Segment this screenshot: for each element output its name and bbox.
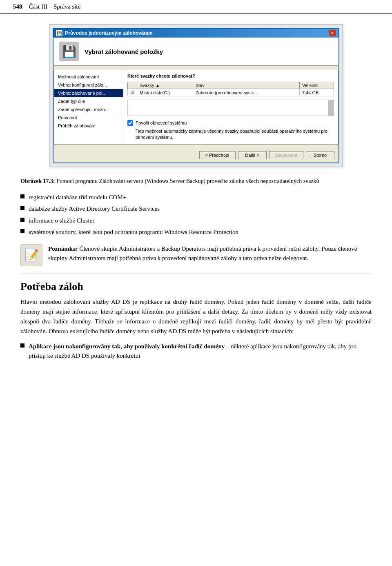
row-status: Zahrnuto (pro obnovení syste... bbox=[193, 89, 299, 96]
wizard-step-3[interactable]: Vybrat zálohované pol... bbox=[54, 89, 123, 97]
bold-list-item: Aplikace jsou nakonfigurovány tak, aby p… bbox=[20, 342, 372, 361]
wizard-icon: 💾 bbox=[59, 42, 79, 61]
list-item: databáze služby Active Directory Certifi… bbox=[20, 204, 372, 214]
dialog-title: Průvodce jednorázovým zálohováním bbox=[65, 30, 153, 36]
wizard-header: 💾 Vybrat zálohované položky bbox=[53, 38, 339, 66]
list-item-text: systémové soubory, které jsou pod ochran… bbox=[29, 227, 238, 237]
col-checkbox bbox=[128, 82, 137, 89]
prev-button[interactable]: < Předchozí bbox=[199, 151, 236, 159]
bullet-icon bbox=[20, 218, 24, 222]
bullet-icon bbox=[20, 206, 24, 210]
list-item: informace o službě Cluster bbox=[20, 216, 372, 225]
dialog-icon: 💾 bbox=[56, 30, 62, 36]
close-button[interactable]: × bbox=[329, 30, 336, 36]
wizard-panes: Možnosti zálohování Vybrat konfiguraci z… bbox=[53, 70, 339, 145]
wizard-step-7[interactable]: Průběh zálohování bbox=[54, 122, 123, 130]
wizard-step-5[interactable]: Zadat upřesňující možn... bbox=[54, 105, 123, 114]
list-item: systémové soubory, které jsou pod ochran… bbox=[20, 227, 372, 237]
note-body: Členové skupin Administrators a Backup O… bbox=[48, 245, 357, 261]
list-item: registrační databáze tříd modelu COM+ bbox=[20, 193, 372, 202]
figure-caption-text: Pomocí programu Zálohování serveru (Wind… bbox=[55, 178, 319, 184]
list-item-text: informace o službě Cluster bbox=[29, 216, 94, 225]
bullet-icon bbox=[20, 229, 24, 233]
wizard-step-1[interactable]: Možnosti zálohování bbox=[54, 73, 123, 81]
list-item-text: registrační databáze tříd modelu COM+ bbox=[29, 193, 126, 202]
bullet-list: registrační databáze tříd modelu COM+ da… bbox=[20, 193, 372, 237]
bold-list-item-text: Aplikace jsou nakonfigurovány tak, aby p… bbox=[29, 342, 372, 361]
titlebar-left: 💾 Průvodce jednorázovým zálohováním bbox=[56, 30, 153, 36]
note-text: Poznámka: Členové skupin Administrators … bbox=[48, 244, 372, 263]
dialog-titlebar: 💾 Průvodce jednorázovým zálohováním × bbox=[53, 29, 339, 38]
list-item-text: databáze služby Active Directory Certifi… bbox=[29, 204, 160, 214]
wizard-header-title: Vybrat zálohované položky bbox=[85, 48, 163, 55]
page-title: Část III – Správa sítě bbox=[29, 3, 81, 10]
volumes-table-wrapper: Svazky ▲ Stav Velikost bbox=[127, 82, 334, 100]
row-size: 7,44 GB bbox=[299, 89, 334, 96]
section-heading: Potřeba záloh bbox=[20, 281, 372, 293]
row-checkbox[interactable]: ☑ bbox=[128, 89, 137, 96]
col-volumes[interactable]: Svazky ▲ bbox=[137, 82, 193, 89]
bullet-icon bbox=[20, 343, 24, 348]
system-restore-checkbox-row: Povolit obnovení systému bbox=[127, 120, 334, 126]
table-row: ☑ Místní disk (C:) Zahrnuto (pro obnoven… bbox=[128, 89, 334, 96]
col-size: Velikost bbox=[299, 82, 334, 89]
section-divider bbox=[20, 274, 372, 274]
page-content: 💾 Průvodce jednorázovým zálohováním × 💾 … bbox=[0, 14, 392, 376]
note-icon: 📝 bbox=[20, 244, 42, 266]
wizard-right-pane: Které svazky chcete zálohovat? Svazky ▲ bbox=[123, 70, 338, 144]
wizard-step-4[interactable]: Zadat typ cíle bbox=[54, 97, 123, 105]
wizard-question: Které svazky chcete zálohovat? bbox=[127, 74, 334, 78]
figure-caption-bold: Obrázek 17.3: bbox=[20, 178, 55, 184]
page-number: 548 bbox=[13, 3, 22, 10]
system-restore-checkbox[interactable] bbox=[127, 120, 133, 126]
wizard-left-pane: Možnosti zálohování Vybrat konfiguraci z… bbox=[54, 70, 123, 144]
wizard-step-2[interactable]: Vybrat konfiguraci zálo... bbox=[54, 81, 123, 89]
figure-caption: Obrázek 17.3: Pomocí programu Zálohování… bbox=[20, 177, 372, 185]
win-dialog: 💾 Průvodce jednorázovým zálohováním × 💾 … bbox=[53, 28, 339, 163]
wizard-step-6[interactable]: Potvrzení bbox=[54, 114, 123, 122]
system-restore-note: Tato možnost automaticky zahrnuje všechn… bbox=[136, 128, 334, 141]
next-button[interactable]: Další > bbox=[238, 151, 267, 159]
screenshot-container: 💾 Průvodce jednorázovým zálohováním × 💾 … bbox=[49, 24, 343, 167]
bold-list-item-bold: Aplikace jsou nakonfigurovány tak, aby p… bbox=[29, 343, 225, 350]
col-status: Stav bbox=[193, 82, 299, 89]
wizard-buttons: < Předchozí Další > Zálohování Storno bbox=[53, 149, 339, 163]
backup-button[interactable]: Zálohování bbox=[269, 151, 303, 159]
note-box: 📝 Poznámka: Členové skupin Administrator… bbox=[20, 244, 372, 266]
volumes-table: Svazky ▲ Stav Velikost bbox=[127, 82, 334, 96]
page-header: 548 Část III – Správa sítě bbox=[0, 0, 392, 14]
body-paragraph-1: Hlavní metodou zálohování služby AD DS j… bbox=[20, 297, 372, 336]
bold-bullet-list: Aplikace jsou nakonfigurovány tak, aby p… bbox=[20, 342, 372, 361]
bullet-icon bbox=[20, 194, 24, 198]
cancel-button[interactable]: Storno bbox=[306, 151, 334, 159]
system-restore-label: Povolit obnovení systému bbox=[136, 120, 187, 125]
row-volume: Místní disk (C:) bbox=[137, 89, 193, 96]
note-label: Poznámka: bbox=[48, 245, 78, 252]
